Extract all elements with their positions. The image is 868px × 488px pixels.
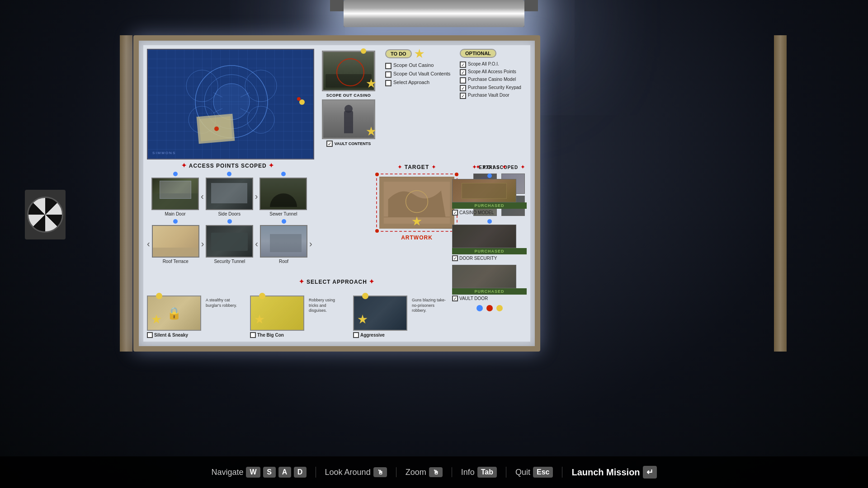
door-security-label-row: ✓ DOOR SECURITY xyxy=(452,255,527,261)
key-enter: ↵ xyxy=(643,466,657,479)
target-photo xyxy=(379,177,454,229)
optional-text-2: Scope All Access Points xyxy=(468,69,516,74)
frame-post-right xyxy=(774,35,787,352)
access-arrow-left-3[interactable]: ‹ xyxy=(255,239,258,249)
blueprint-red-pin xyxy=(297,97,301,101)
optional-item-4: ✓ Purchase Security Keypad ✓ xyxy=(460,85,530,91)
star-right: ✦ xyxy=(269,162,274,169)
todo-star xyxy=(415,49,425,59)
key-zoom: 🖱 xyxy=(429,467,443,477)
access-item-main-door[interactable]: Main Door xyxy=(151,172,199,216)
svg-point-4 xyxy=(245,70,277,102)
casino-model-badge: PURCHASED xyxy=(452,202,527,209)
vault-door-label: VAULT DOOR xyxy=(459,296,488,301)
stealth-cb[interactable] xyxy=(147,332,153,338)
aggressive-pin xyxy=(362,293,368,299)
todo-checkbox-3[interactable] xyxy=(385,80,392,86)
blueprint-section: SIMMONS xyxy=(147,49,314,160)
scope-casino-label: SCOPE OUT CASINO xyxy=(322,93,375,98)
main-door-dot xyxy=(173,172,178,176)
roof-photo xyxy=(260,225,307,258)
optional-cb-1[interactable]: ✓ xyxy=(460,61,466,68)
bigcon-label-row: The Big Con xyxy=(250,332,340,338)
key-esc: Esc xyxy=(533,467,553,478)
access-item-sewer[interactable]: Sewer Tunnel xyxy=(259,172,307,216)
access-arrow-left-2[interactable]: ‹ xyxy=(147,239,150,249)
terrace-floor xyxy=(153,248,198,257)
target-box xyxy=(376,174,458,232)
info-control: Info Tab xyxy=(452,467,506,478)
access-item-roof[interactable]: Roof xyxy=(260,219,307,264)
ceiling-light xyxy=(344,0,524,27)
optional-item-1: ✓ Scope All P.O.I. ✓ xyxy=(460,61,530,68)
access-points-heading: ✦ ACCESS POINTS SCOPED ✦ xyxy=(147,162,309,169)
optional-item-3: Purchase Casino Model ✓ xyxy=(460,77,530,84)
casino-model-cb[interactable]: ✓ xyxy=(452,210,458,216)
aggressive-label: Aggressive xyxy=(360,333,385,338)
navigate-label: Navigate xyxy=(211,468,243,477)
roof-terrace-label: Roof Terrace xyxy=(152,259,199,264)
access-points-heading-wrapper: ✦ ACCESS POINTS SCOPED ✦ xyxy=(147,162,309,169)
optional-cb-4[interactable]: ✓ xyxy=(460,85,466,91)
stealth-label-row: Silent & Sneaky xyxy=(147,332,237,338)
ceiling-mount-left xyxy=(330,0,344,11)
optional-cb-2[interactable]: ✓ xyxy=(460,69,466,75)
zoom-control: Zoom 🖱 xyxy=(396,467,452,477)
dot-blue xyxy=(476,305,483,311)
approach-aggressive[interactable]: Guns blazing take-no-prisoners robbery. … xyxy=(353,296,443,338)
look-around-label: Look Around xyxy=(325,468,371,477)
dot-yellow xyxy=(496,305,503,311)
sewer-dot xyxy=(281,172,286,176)
vault-contents-section: ✓ VAULT CONTENTS xyxy=(322,99,375,147)
todo-text-3: Select Approach xyxy=(393,80,429,85)
aggressive-desc: Guns blazing take-no-prisoners robbery. xyxy=(412,298,448,314)
key-w: W xyxy=(246,467,260,478)
side-doors-dot xyxy=(227,172,231,176)
todo-section: TO DO Scope Out Casino Scope Out Vault C… xyxy=(385,49,455,88)
info-label: Info xyxy=(461,468,475,477)
optional-section: OPTIONAL ✓ Scope All P.O.I. ✓ ✓ Scope Al… xyxy=(460,49,530,100)
access-arrow-right-2[interactable]: › xyxy=(201,239,204,249)
aggressive-cb[interactable] xyxy=(353,332,359,338)
optional-item-5: ✓ Purchase Vault Door ✓ xyxy=(460,93,530,99)
vault-contents-photo xyxy=(322,99,375,139)
target-corner-bl xyxy=(375,229,379,233)
access-arrow-right-1[interactable]: › xyxy=(255,191,258,202)
todo-header: TO DO xyxy=(385,49,455,59)
sewer-tunnel xyxy=(270,193,297,207)
access-row-2: ‹ Roof Terrace › Security Tunnel ‹ xyxy=(147,219,312,264)
todo-item-1: Scope Out Casino xyxy=(385,62,455,69)
optional-cb-3[interactable] xyxy=(460,77,466,84)
optional-item-2: ✓ Scope All Access Points ✓ xyxy=(460,69,530,75)
vault-checkbox[interactable]: ✓ xyxy=(326,141,333,147)
approach-stealth[interactable]: 🔒 A stealthy cat burglar's robbery. Sile… xyxy=(147,296,237,338)
casino-photo-pin xyxy=(361,48,366,54)
target-corner-tl xyxy=(375,173,379,176)
key-d: D xyxy=(294,467,307,478)
casino-model-label-row: ✓ CASINO MODEL xyxy=(452,210,527,216)
key-a: A xyxy=(278,467,291,478)
launch-control[interactable]: Launch Mission ↵ xyxy=(562,466,665,479)
dartboard xyxy=(25,190,66,239)
bigcon-label: The Big Con xyxy=(257,333,284,338)
door-security-cb[interactable]: ✓ xyxy=(452,255,458,261)
frame-post-left xyxy=(120,35,132,352)
optional-cb-5[interactable]: ✓ xyxy=(460,93,466,99)
optional-text-4: Purchase Security Keypad xyxy=(468,85,521,90)
approach-bigcon[interactable]: Robbery using tricks and disguises. The … xyxy=(250,296,340,338)
todo-checkbox-2[interactable] xyxy=(385,71,392,78)
approach-heading: ✦ SELECT APPROACH ✦ xyxy=(147,278,527,285)
bigcon-cb[interactable] xyxy=(250,332,256,338)
access-item-security-tunnel[interactable]: Security Tunnel xyxy=(206,219,253,264)
access-arrow-left-1[interactable]: ‹ xyxy=(201,191,204,202)
todo-checkbox-1[interactable] xyxy=(385,63,392,69)
roof-label: Roof xyxy=(260,259,307,264)
access-item-roof-terrace[interactable]: Roof Terrace xyxy=(152,219,199,264)
casino-model-photo xyxy=(452,179,516,202)
access-arrow-right-3[interactable]: › xyxy=(309,239,312,249)
side-door-surface xyxy=(211,183,247,203)
svg-point-6 xyxy=(247,106,274,133)
scope-casino-photo-wrapper xyxy=(322,51,375,91)
access-item-side-doors[interactable]: Side Doors xyxy=(206,172,253,216)
key-tab: Tab xyxy=(477,467,497,478)
